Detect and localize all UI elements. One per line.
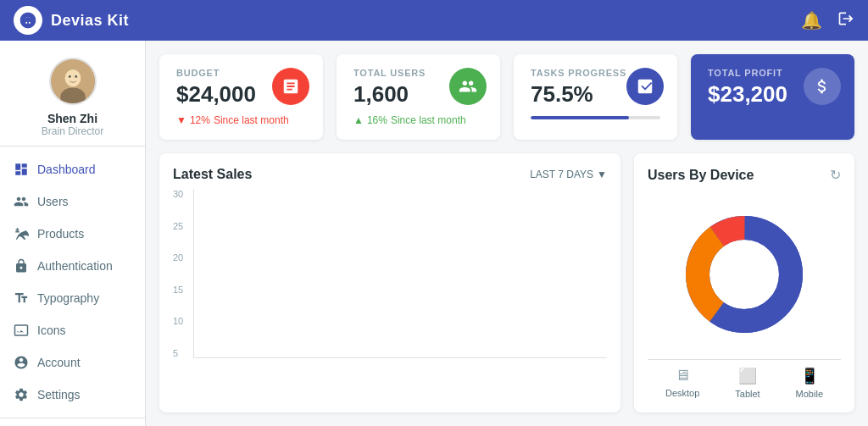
svg-point-4	[68, 75, 70, 78]
svg-point-10	[710, 241, 778, 308]
svg-point-3	[64, 70, 81, 86]
sidebar-item-users[interactable]: Users	[0, 185, 145, 218]
sales-filter-label: LAST 7 DAYS	[530, 169, 593, 180]
app-title: Devias Kit	[51, 12, 129, 30]
avatar	[49, 58, 97, 105]
users-icon	[449, 68, 487, 105]
filter-chevron-icon: ▼	[597, 169, 607, 180]
charts-row: Latest Sales LAST 7 DAYS ▼ 5 10 15 20 25…	[159, 153, 854, 412]
logout-icon[interactable]	[837, 10, 854, 31]
desktop-icon: 🖥	[675, 367, 690, 385]
sales-filter[interactable]: LAST 7 DAYS ▼	[530, 169, 607, 180]
logo-area: Devias Kit	[14, 6, 129, 35]
device-card-header: Users By Device ↻	[648, 167, 841, 183]
device-card: Users By Device ↻	[634, 153, 854, 412]
sidebar-item-dashboard[interactable]: Dashboard	[0, 153, 145, 185]
icons-nav-icon	[14, 323, 29, 338]
notification-icon[interactable]: 🔔	[801, 10, 822, 30]
sidebar-item-label-users: Users	[37, 195, 69, 208]
users-change: ▲ 16% Since last month	[353, 114, 483, 126]
account-nav-icon	[14, 355, 29, 370]
sidebar-item-label-dashboard: Dashboard	[37, 163, 96, 176]
main-content: BUDGET $24,000 ▼ 12% Since last month TO…	[146, 41, 868, 426]
tasks-icon	[626, 68, 664, 105]
tasks-progress-bar	[531, 116, 660, 119]
sidebar-bottom	[0, 418, 145, 426]
bars-container	[193, 189, 607, 358]
donut-chart-wrap	[648, 190, 841, 359]
logo-icon	[14, 6, 42, 35]
stat-card-tasks: TASKS PROGRESS 75.5%	[514, 54, 677, 140]
sidebar-item-label-account: Account	[37, 356, 81, 369]
tablet-icon: ⬜	[738, 367, 757, 385]
sidebar-item-products[interactable]: Products	[0, 218, 145, 250]
budget-arrow-down: ▼	[176, 114, 186, 126]
device-legend: 🖥 Desktop ⬜ Tablet 📱 Mobile	[648, 359, 841, 399]
avatar-image	[51, 59, 95, 103]
stat-card-budget: BUDGET $24,000 ▼ 12% Since last month	[159, 54, 323, 140]
stats-row: BUDGET $24,000 ▼ 12% Since last month TO…	[159, 54, 854, 140]
sidebar-item-typography[interactable]: Typography	[0, 282, 145, 314]
budget-change: ▼ 12% Since last month	[176, 114, 306, 126]
sidebar-item-label-icons: Icons	[37, 324, 65, 337]
sidebar-item-authentication[interactable]: Authentication	[0, 250, 145, 282]
budget-icon	[272, 68, 309, 105]
sidebar-item-icons[interactable]: Icons	[0, 314, 145, 346]
device-title: Users By Device	[648, 168, 754, 183]
sidebar: Shen Zhi Brain Director Dashboard Users	[0, 41, 146, 426]
sidebar-item-label-settings: Settings	[37, 388, 81, 401]
budget-change-text: Since last month	[214, 114, 289, 126]
settings-nav-icon	[14, 387, 29, 402]
device-mobile: 📱 Mobile	[796, 367, 823, 399]
sales-card: Latest Sales LAST 7 DAYS ▼ 5 10 15 20 25…	[159, 153, 620, 412]
sidebar-item-settings[interactable]: Settings	[0, 379, 145, 411]
dashboard-icon	[14, 162, 29, 177]
donut-chart	[676, 207, 812, 342]
authentication-nav-icon	[14, 258, 29, 274]
sidebar-item-account[interactable]: Account	[0, 346, 145, 379]
tasks-progress-fill	[531, 116, 629, 119]
y-axis: 5 10 15 20 25 30	[173, 189, 193, 358]
users-change-text: Since last month	[391, 114, 466, 126]
users-nav-icon	[14, 194, 29, 209]
budget-change-pct: 12%	[190, 114, 210, 126]
device-tablet: ⬜ Tablet	[735, 367, 760, 399]
users-arrow-up: ▲	[353, 114, 364, 126]
svg-point-5	[75, 75, 77, 78]
sidebar-profile: Shen Zhi Brain Director	[0, 41, 145, 147]
device-desktop: 🖥 Desktop	[665, 367, 699, 399]
sidebar-item-label-products: Products	[37, 227, 84, 241]
stat-card-users: TOTAL USERS 1,600 ▲ 16% Since last month	[337, 54, 500, 140]
tablet-label: Tablet	[735, 389, 760, 399]
mobile-label: Mobile	[796, 389, 823, 399]
users-change-pct: 16%	[367, 114, 387, 126]
top-navbar: Devias Kit 🔔	[0, 0, 868, 41]
sales-title: Latest Sales	[173, 167, 252, 182]
sidebar-item-label-authentication: Authentication	[37, 259, 113, 273]
topnav-actions: 🔔	[801, 10, 854, 31]
mobile-icon: 📱	[800, 367, 819, 385]
main-layout: Shen Zhi Brain Director Dashboard Users	[0, 41, 868, 426]
sales-card-header: Latest Sales LAST 7 DAYS ▼	[173, 167, 607, 182]
products-nav-icon	[14, 226, 29, 241]
desktop-label: Desktop	[665, 388, 699, 398]
nav-items: Dashboard Users Products A	[0, 147, 145, 418]
typography-nav-icon	[14, 290, 29, 306]
profile-role: Brain Director	[42, 125, 103, 137]
profile-name: Shen Zhi	[47, 112, 97, 125]
stat-card-profit: TOTAL PROFIT $23,200	[691, 54, 854, 140]
sidebar-item-label-typography: Typography	[37, 291, 99, 305]
refresh-icon[interactable]: ↻	[830, 167, 841, 183]
profit-icon	[804, 68, 841, 105]
